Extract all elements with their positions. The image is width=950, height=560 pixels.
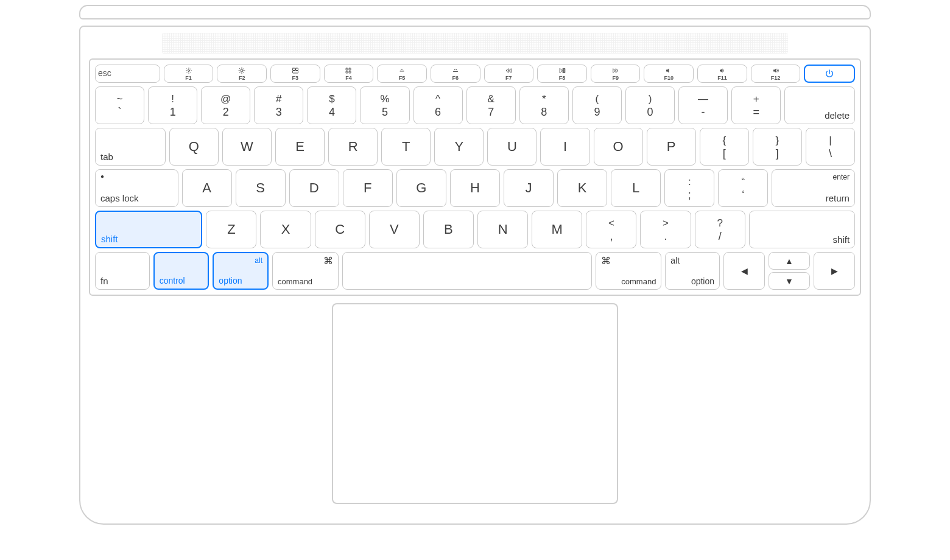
key-s[interactable]: S [236,169,286,207]
key-z[interactable]: Z [206,211,256,248]
key-c[interactable]: C [315,211,365,248]
num-key-9[interactable]: (9 [572,86,622,124]
key-d[interactable]: D [289,169,339,207]
command-right-key[interactable]: ⌘ command [596,252,662,290]
key-o[interactable]: O [594,128,643,166]
svg-rect-5 [346,68,348,70]
arrow-left-key[interactable]: ◀ [723,252,765,290]
f10-key[interactable]: F10 [644,65,694,83]
f5-key[interactable]: F5 [377,65,427,83]
capslock-key[interactable]: ● caps lock [95,169,178,207]
f9-key[interactable]: F9 [591,65,641,83]
shift-left-key[interactable]: shift [95,211,202,248]
key-v[interactable]: V [369,211,420,248]
power-key[interactable] [804,65,855,83]
key-upper: ^ [435,94,440,104]
num-key-1[interactable]: !1 [148,86,197,124]
bracket-key-2[interactable]: |\ [806,128,855,166]
num-key-12[interactable]: += [731,86,781,124]
f1-key[interactable]: F1 [164,65,214,83]
key-r[interactable]: R [328,128,378,166]
number-row: ~`!1@2#3$4%5^6&7*8(9)0—-+= delete [95,86,855,124]
key-q[interactable]: Q [169,128,219,166]
shift-right-key[interactable]: shift [749,211,855,248]
delete-key[interactable]: delete [784,86,855,124]
f6-key[interactable]: F6 [431,65,480,83]
control-left-key[interactable]: control [153,252,209,290]
num-key-0[interactable]: ~` [95,86,144,124]
key-m[interactable]: M [532,211,582,248]
num-key-7[interactable]: &7 [466,86,516,124]
f4-key[interactable]: F4 [324,65,374,83]
key-t[interactable]: T [381,128,431,166]
num-key-8[interactable]: *8 [519,86,569,124]
esc-key[interactable]: esc [95,65,160,83]
num-key-4[interactable]: $4 [307,86,356,124]
f3-key[interactable]: F3 [270,65,320,83]
num-key-3[interactable]: #3 [254,86,303,124]
key-letter: T [382,128,430,165]
arrow-up-key[interactable]: ▲ [769,252,810,270]
punct3-key-0[interactable]: :; [664,169,714,207]
key-k[interactable]: K [557,169,607,207]
bracket-key-0[interactable]: {[ [700,128,749,166]
bracket-key-1[interactable]: }] [753,128,802,166]
key-n[interactable]: N [477,211,528,248]
key-p[interactable]: P [647,128,696,166]
key-letter: D [290,170,339,206]
num-key-5[interactable]: %5 [360,86,409,124]
shift-right-label: shift [833,235,850,244]
key-upper: $ [329,94,334,104]
arrow-left-icon: ◀ [741,267,748,275]
key-f[interactable]: F [343,169,393,207]
key-y[interactable]: Y [434,128,484,166]
zxcv-row: shift ZXCVBNM <,>.?/ shift [95,211,855,248]
key-u[interactable]: U [487,128,537,166]
key-x[interactable]: X [260,211,311,248]
f11-key[interactable]: F11 [697,65,747,83]
key-i[interactable]: I [540,128,589,166]
capslock-indicator-icon: ● [100,173,104,180]
num-key-10[interactable]: )0 [625,86,675,124]
key-l[interactable]: L [611,169,661,207]
option-left-key[interactable]: alt option [213,252,269,290]
delete-label: delete [825,111,850,120]
command-left-key[interactable]: ⌘ command [272,252,339,290]
key-h[interactable]: H [450,169,500,207]
option-right-key[interactable]: alt option [665,252,720,290]
svg-rect-7 [346,71,348,73]
svg-rect-4 [292,71,298,73]
num-key-11[interactable]: —- [678,86,728,124]
key-g[interactable]: G [396,169,446,207]
keyboard-dim-icon [398,67,406,74]
key-lower: 0 [647,107,653,117]
key-w[interactable]: W [222,128,272,166]
play-pause-icon [558,67,566,74]
trackpad[interactable] [332,303,618,504]
option-right-label: option [691,277,714,285]
punct4-key-1[interactable]: >. [640,211,691,248]
f7-key[interactable]: F7 [484,65,534,83]
num-key-2[interactable]: @2 [201,86,250,124]
f12-key[interactable]: F12 [751,65,801,83]
spacebar-key[interactable] [342,252,592,290]
num-key-6[interactable]: ^6 [413,86,463,124]
brightness-down-icon [185,67,193,74]
key-a[interactable]: A [182,169,232,207]
fn-key[interactable]: fn [95,252,150,290]
arrow-right-key[interactable]: ▶ [814,252,855,290]
return-key[interactable]: enter return [772,169,855,207]
punct3-key-1[interactable]: “‘ [718,169,768,207]
key-upper: ! [171,94,174,104]
f8-key[interactable]: F8 [537,65,587,83]
capslock-label: caps lock [100,194,139,203]
fkey-label: F3 [292,75,299,81]
f2-key[interactable]: F2 [217,65,267,83]
punct4-key-2[interactable]: ?/ [695,211,745,248]
arrow-down-key[interactable]: ▼ [769,272,810,290]
key-e[interactable]: E [275,128,325,166]
key-j[interactable]: J [504,169,554,207]
punct4-key-0[interactable]: <, [586,211,636,248]
tab-key[interactable]: tab [95,128,166,166]
key-b[interactable]: B [423,211,474,248]
